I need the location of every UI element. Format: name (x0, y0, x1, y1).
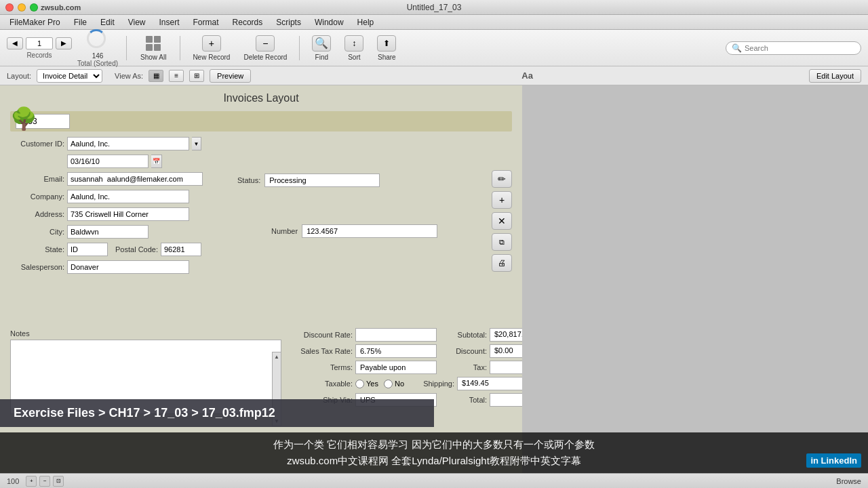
scroll-up-arrow[interactable]: ▲ (274, 354, 279, 360)
edit-button[interactable]: ✏ (492, 170, 512, 188)
subtitle-line-2: zwsub.com中文课程网 全套Lynda/Pluralsight教程附带中英… (7, 453, 861, 469)
menu-filemaker[interactable]: FileMaker Pro (3, 16, 67, 28)
traffic-lights (5, 3, 38, 12)
menu-help[interactable]: Help (351, 16, 381, 28)
salesperson-input[interactable] (67, 260, 189, 274)
terms-label: Terms: (285, 363, 353, 371)
sales-tax-row: Sales Tax Rate: Discount: $0.00 (285, 344, 522, 358)
date-row: 📅 (10, 155, 512, 168)
find-button[interactable]: 🔍 Find (308, 33, 335, 64)
view-list-button[interactable]: ≡ (169, 70, 184, 82)
taxable-options: Yes No (355, 380, 404, 388)
number-input[interactable] (302, 224, 437, 238)
customer-dropdown-arrow[interactable]: ▼ (192, 137, 201, 150)
discount-rate-input[interactable] (355, 328, 437, 342)
view-controls: + − ⊡ (26, 476, 64, 487)
discount-rate-label: Discount Rate: (285, 331, 353, 339)
menu-view[interactable]: View (121, 16, 153, 28)
menu-window[interactable]: Window (308, 16, 351, 28)
customer-id-input[interactable] (67, 137, 189, 150)
terms-input[interactable] (355, 361, 437, 374)
shipping-value: $149.45 (457, 377, 522, 390)
edit-layout-button[interactable]: Edit Layout (809, 69, 861, 83)
salesperson-label: Salesperson: (10, 263, 64, 271)
state-label: State: (10, 245, 64, 253)
sort-icon: ↕ (344, 35, 363, 52)
delete-record-label: Delete Record (243, 54, 287, 61)
state-postal-row: State: Postal Code: (10, 243, 512, 256)
find-icon: 🔍 (312, 35, 331, 52)
number-section: Number (271, 224, 437, 238)
delete-button[interactable]: ✕ (492, 212, 512, 230)
view-form-button[interactable]: ▦ (149, 70, 163, 82)
menu-file[interactable]: File (67, 16, 94, 28)
menu-format[interactable]: Format (186, 16, 226, 28)
total-value (490, 393, 522, 407)
zoom-in-button[interactable]: + (26, 476, 37, 487)
toolbar: ◀ ▶ Records 146 Total (Sorted) Show All (0, 30, 868, 66)
add-button[interactable]: + (492, 191, 512, 209)
divider-1 (126, 36, 127, 60)
menu-insert[interactable]: Insert (153, 16, 186, 28)
menu-scripts[interactable]: Scripts (269, 16, 308, 28)
menu-records[interactable]: Records (226, 16, 270, 28)
records-label: Records (26, 52, 52, 59)
status-label: Status: (237, 176, 260, 184)
postal-code-label: Postal Code: (111, 245, 158, 253)
calendar-button[interactable]: 📅 (151, 155, 162, 168)
search-input[interactable] (745, 44, 855, 52)
subtitle-line-1: 作为一个类 它们相对容易学习 因为它们中的大多数只有一个或两个参数 (7, 436, 861, 453)
status-input[interactable] (264, 174, 380, 187)
taxable-yes-radio[interactable] (355, 380, 364, 388)
city-label: City: (10, 228, 64, 236)
address-input[interactable] (67, 207, 189, 221)
loading-spinner (87, 29, 108, 51)
record-number-input[interactable] (26, 37, 53, 49)
minimize-button[interactable] (18, 3, 26, 12)
number-label: Number (271, 227, 298, 235)
state-input[interactable] (67, 243, 108, 256)
delete-record-button[interactable]: − Delete Record (239, 33, 291, 64)
taxable-label: Taxable: (285, 380, 353, 388)
show-all-button[interactable]: Show All (135, 33, 172, 64)
view-as-label: View As: (115, 72, 143, 80)
view-table-button[interactable]: ⊞ (189, 70, 204, 82)
prev-record-button[interactable]: ◀ (7, 37, 23, 49)
total-sorted-label: Total (Sorted) (77, 60, 118, 67)
notes-label: Notes (10, 329, 281, 338)
subtotal-value: $20,817.30 (490, 328, 522, 342)
preview-button[interactable]: Preview (210, 69, 251, 83)
terms-row: Terms: Tax: (285, 361, 522, 374)
duplicate-button[interactable]: ⧉ (492, 233, 512, 251)
next-record-button[interactable]: ▶ (56, 37, 72, 49)
share-icon: ⬆ (377, 35, 396, 52)
search-box[interactable]: 🔍 (726, 41, 861, 55)
company-input[interactable] (67, 190, 189, 203)
company-row: Company: (10, 190, 512, 203)
zoom-out-button[interactable]: − (39, 476, 50, 487)
postal-code-input[interactable] (161, 243, 201, 256)
taxable-no-label: No (384, 380, 404, 388)
layout-select[interactable]: Invoice Detail (37, 69, 102, 83)
subtitle-overlay: 作为一个类 它们相对容易学习 因为它们中的大多数只有一个或两个参数 zwsub.… (0, 432, 868, 473)
date-input[interactable] (67, 155, 149, 168)
layout-label: Layout: (7, 72, 31, 80)
menu-edit[interactable]: Edit (94, 16, 121, 28)
records-nav-section: ◀ ▶ Records (7, 37, 72, 59)
action-buttons: ✏ + ✕ ⧉ 🖨 (492, 170, 512, 272)
sort-button[interactable]: ↕ Sort (340, 33, 368, 64)
city-input[interactable] (67, 225, 149, 239)
taxable-no-radio[interactable] (384, 380, 393, 388)
close-button[interactable] (5, 3, 14, 12)
financial-section: Discount Rate: Subtotal: $20,817.30 Sale… (285, 328, 522, 409)
window-mode-button[interactable]: ⊡ (53, 476, 64, 487)
email-input[interactable] (67, 172, 203, 186)
print-button[interactable]: 🖨 (492, 254, 512, 272)
new-record-button[interactable]: + New Record (189, 33, 234, 64)
linkedin-logo: in LinkedIn (806, 453, 861, 468)
maximize-button[interactable] (30, 3, 38, 12)
total-label: Total: (439, 396, 487, 404)
share-button[interactable]: ⬆ Share (373, 33, 400, 64)
sales-tax-rate-input[interactable] (355, 344, 437, 358)
customer-id-row: Customer ID: ▼ (10, 137, 512, 150)
